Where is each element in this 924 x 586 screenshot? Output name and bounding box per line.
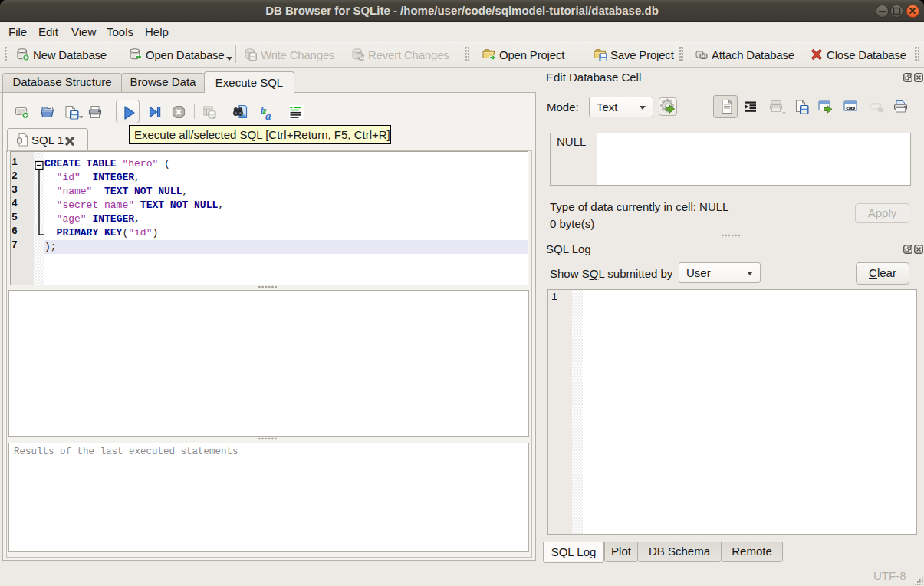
- svg-text:a: a: [265, 110, 271, 121]
